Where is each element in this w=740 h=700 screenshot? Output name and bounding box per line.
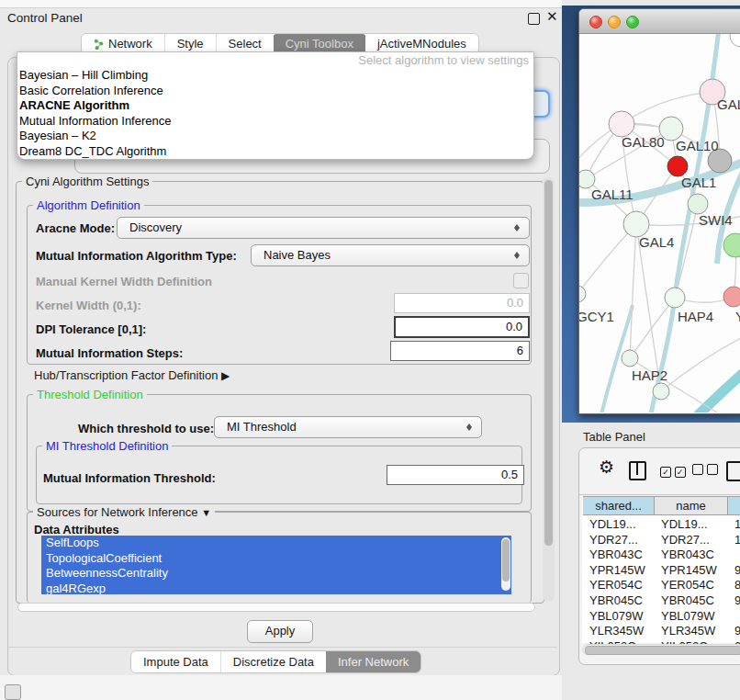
network-edge[interactable] [697,370,740,412]
table-cell: YDR27... [589,533,654,548]
float-panel-button[interactable] [528,13,540,25]
algorithm-option-dream8-dc-tdc-algorithm[interactable]: Dream8 DC_TDC Algorithm [17,144,533,160]
bottom-tab-discretize-data[interactable]: Discretize Data [220,651,326,672]
algorithm-option-bayesian-hill-climbing[interactable]: Bayesian – Hill Climbing [17,68,533,84]
node-label-gcy1: GCY1 [579,309,614,324]
network-window-titlebar[interactable] [579,9,740,34]
algorithm-option-basic-correlation-inference[interactable]: Basic Correlation Inference [17,84,533,99]
kernel-width-field[interactable]: 0.0 [394,293,530,313]
top-strip [0,0,562,8]
node-HAP2[interactable] [622,350,638,367]
zoom-traffic-light-icon[interactable] [626,16,639,28]
table-row[interactable]: YBR043CYBR043C [582,548,740,563]
mi-steps-label: Mutual Information Steps: [36,346,183,360]
apply-button[interactable]: Apply [247,620,313,643]
bottom-tab-discretize-data-label: Discretize Data [233,651,314,672]
algorithm-option-aracne-algorithm[interactable]: ARACNE Algorithm [17,98,533,114]
mi-type-label: Mutual Information Algorithm Type: [36,249,237,263]
manual-kernel-label: Manual Kernel Width Definition [36,275,212,288]
mi-threshold-field[interactable]: 0.5 [387,465,524,485]
table-row[interactable]: YDL19...YDL19...13 [582,517,740,533]
select-all-icon[interactable]: ✓ ✓ [660,464,686,478]
bottom-tab-infer-network-label: Infer Network [338,651,409,672]
node-HAP4[interactable] [665,288,685,308]
sources-title[interactable]: Sources for Network Inference ▼ [33,506,215,519]
split-columns-icon[interactable] [629,461,646,480]
attribute-item-betweennesscentrality[interactable]: BetweennessCentrality [41,566,511,581]
table-cell: 13 [734,517,740,533]
node-GAL80[interactable] [609,111,634,137]
table-row[interactable]: YLR345WYLR345W9. [582,624,740,639]
mi-steps-field[interactable]: 6 [390,341,530,361]
settings-vertical-scrollbar[interactable] [543,177,555,602]
table-cell: YBR043C [661,548,727,563]
node-label-hap4: HAP4 [678,309,713,324]
node-bottom[interactable] [653,383,669,400]
dpi-tolerance-field[interactable]: 0.0 [394,316,530,338]
column-header-name[interactable]: name [655,496,728,515]
close-panel-button[interactable]: ✕ [546,8,558,25]
bottom-tab-impute-data-label: Impute Data [143,651,208,672]
node-label-gal1: GAL1 [681,175,716,190]
column-header-shared[interactable]: shared... [583,496,655,515]
table-cell: YLR345W [589,624,654,639]
node-GCY1[interactable] [579,286,586,302]
bottom-tab-bar: Impute DataDiscretize DataInfer Network [130,650,421,673]
close-traffic-light-icon[interactable] [589,16,602,28]
node-label-gal80: GAL80 [622,134,665,150]
table-row[interactable]: YER054CYER054C8. [582,578,740,593]
data-attributes-list[interactable]: SelfLoopsTopologicalCoefficientBetweenne… [41,536,511,594]
algorithm-option-mutual-information-inference[interactable]: Mutual Information Inference [17,114,533,130]
which-threshold-value: MI Threshold [227,420,297,434]
kernel-width-label: Kernel Width (0,1): [36,299,141,312]
table-row[interactable]: YPR145WYPR145W9. [582,563,740,579]
table-cell: YDR27... [661,533,727,548]
algorithm-option-bayesian-k2[interactable]: Bayesian – K2 [17,129,533,144]
bottom-tab-infer-network[interactable]: Infer Network [326,651,420,672]
stepper-arrows-icon [513,221,521,234]
attribute-item-selfloops[interactable]: SelfLoops [41,536,511,551]
node-salmon[interactable] [723,287,740,307]
attribute-item-gal4rgexp[interactable]: gal4RGexp [41,581,511,595]
hub-definition-toggle[interactable]: Hub/Transcription Factor Definition ▶ [34,368,230,382]
aracne-mode-select[interactable]: Discovery [117,217,530,239]
attribute-item-topologicalcoefficient[interactable]: TopologicalCoefficient [41,551,511,567]
network-edge[interactable] [630,358,717,412]
table-row[interactable]: YDR27...YDR27...12 [582,533,740,548]
table-cell: YBR043C [589,548,654,563]
manual-kernel-checkbox[interactable] [513,273,529,288]
gear-icon[interactable]: ⚙ [599,458,614,477]
which-threshold-select[interactable]: MI Threshold [214,416,482,438]
table-row[interactable]: YBL079WYBL079W [582,609,740,625]
panel-grip-icon[interactable] [5,684,21,700]
algorithm-popup: Select algorithm to view settings Bayesi… [17,51,534,160]
deselect-all-icon[interactable] [692,464,718,478]
table-row[interactable]: YBR045CYBR045C9. [582,593,740,609]
threshold-definition-title: Threshold Definition [33,389,147,401]
mi-type-select[interactable]: Naive Bayes [251,244,530,266]
node-SWI4[interactable] [688,194,708,214]
hub-definition-label: Hub/Transcription Factor Definition [34,368,218,382]
node-table[interactable]: shared...nameYDL19...YDL19...13YDR27...Y… [582,496,740,643]
bottom-tab-impute-data[interactable]: Impute Data [131,651,220,672]
document-icon[interactable] [726,461,740,481]
settings-horizontal-scrollbar[interactable] [16,602,541,613]
node-GAL11[interactable] [579,170,595,188]
table-cell: YBL079W [661,609,727,625]
mi-type-value: Naive Bayes [263,248,331,262]
attributes-scrollbar[interactable] [501,537,510,591]
node-top-right[interactable] [730,34,740,47]
node-red[interactable] [667,156,688,176]
cyni-settings-title: Cyni Algorithm Settings [22,175,152,187]
column-header-col2[interactable] [728,496,740,515]
network-view-window[interactable]: GALGAL80GAL10GAL1GAL11SWI4GAL4GCY1HAP4YH… [578,8,740,414]
network-edge[interactable] [579,224,636,294]
network-edge[interactable] [630,224,636,358]
node-GAL4[interactable] [623,211,649,237]
bottom-strip [0,675,562,700]
node-green-right[interactable] [723,233,740,257]
table-horizontal-scrollbar[interactable] [582,644,740,655]
minimize-traffic-light-icon[interactable] [608,16,621,28]
network-canvas[interactable]: GALGAL80GAL10GAL1GAL11SWI4GAL4GCY1HAP4YH… [579,34,740,412]
aracne-mode-label: Aracne Mode: [36,221,115,235]
